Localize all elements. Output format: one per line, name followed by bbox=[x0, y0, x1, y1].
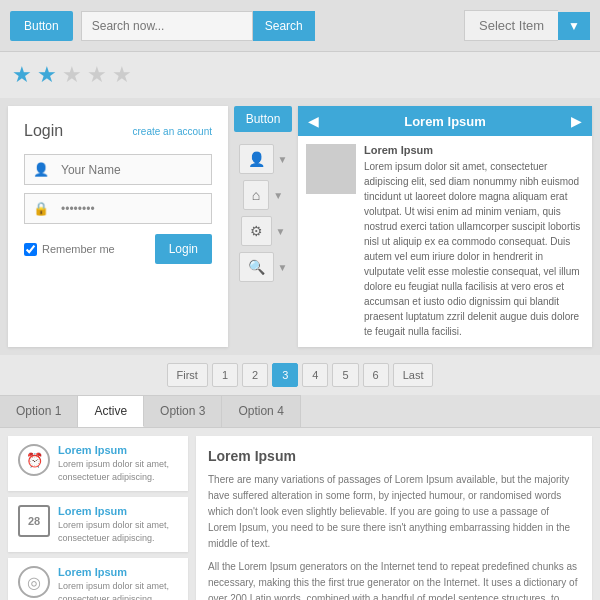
password-input[interactable] bbox=[57, 195, 215, 223]
search-chevron-icon[interactable]: ▼ bbox=[278, 262, 288, 273]
clock-icon: ⏰ bbox=[18, 444, 50, 476]
lorem-card-text-title: Lorem Ipsum bbox=[364, 144, 584, 156]
search-icon-button[interactable]: 🔍 bbox=[239, 252, 274, 282]
lorem-next-button[interactable]: ▶ bbox=[571, 113, 582, 129]
lock-icon: 🔒 bbox=[25, 194, 57, 223]
page-2-button[interactable]: 2 bbox=[242, 363, 268, 387]
password-input-group: 🔒 bbox=[24, 193, 212, 224]
bottom-content: ⏰ Lorem Ipsum Lorem ipsum dolor sit amet… bbox=[0, 428, 600, 600]
lorem-card-header: ◀ Lorem Ipsum ▶ bbox=[298, 106, 592, 136]
content-para-1: There are many variations of passages of… bbox=[208, 472, 580, 552]
star-4[interactable]: ★ bbox=[87, 62, 107, 88]
lorem-prev-button[interactable]: ◀ bbox=[308, 113, 319, 129]
list-item-2-text: Lorem Ipsum Lorem ipsum dolor sit amet, … bbox=[58, 505, 178, 544]
lorem-card-body: Lorem Ipsum Lorem ipsum dolor sit amet, … bbox=[298, 136, 592, 347]
tab-option4[interactable]: Option 4 bbox=[222, 395, 300, 427]
remember-checkbox[interactable] bbox=[24, 243, 37, 256]
select-item-wrapper: Select Item ▼ bbox=[464, 10, 590, 41]
lorem-card-text-body: Lorem ipsum dolor sit amet, consectetuer… bbox=[364, 159, 584, 339]
search-box: Search bbox=[81, 11, 281, 41]
home-chevron-icon[interactable]: ▼ bbox=[273, 190, 283, 201]
lorem-card-title: Lorem Ipsum bbox=[404, 114, 486, 129]
login-panel: Login create an account 👤 🔒 Remember me … bbox=[8, 106, 228, 347]
page-3-button[interactable]: 3 bbox=[272, 363, 298, 387]
tab-option1[interactable]: Option 1 bbox=[0, 395, 78, 427]
create-account-link[interactable]: create an account bbox=[133, 126, 213, 137]
list-panel: ⏰ Lorem Ipsum Lorem ipsum dolor sit amet… bbox=[8, 436, 188, 600]
select-item-label: Select Item bbox=[464, 10, 558, 41]
list-item-3-text: Lorem Ipsum Lorem ipsum dolor sit amet, … bbox=[58, 566, 178, 600]
gear-icon-button[interactable]: ⚙ bbox=[241, 216, 272, 246]
tab-active[interactable]: Active bbox=[78, 395, 144, 427]
user-icon: 👤 bbox=[25, 155, 57, 184]
page-4-button[interactable]: 4 bbox=[302, 363, 328, 387]
user-icon-row: 👤 ▼ bbox=[239, 144, 288, 174]
top-button[interactable]: Button bbox=[10, 11, 73, 41]
gear-icon-row: ⚙ ▼ bbox=[241, 216, 286, 246]
search-icon-row: 🔍 ▼ bbox=[239, 252, 288, 282]
lorem-card-text: Lorem Ipsum Lorem ipsum dolor sit amet, … bbox=[364, 144, 584, 339]
page-1-button[interactable]: 1 bbox=[212, 363, 238, 387]
gear-chevron-icon[interactable]: ▼ bbox=[276, 226, 286, 237]
login-button[interactable]: Login bbox=[155, 234, 212, 264]
page-5-button[interactable]: 5 bbox=[332, 363, 358, 387]
content-para-2: All the Lorem Ipsum generators on the In… bbox=[208, 559, 580, 600]
tabs-row: Option 1 Active Option 3 Option 4 bbox=[0, 395, 600, 428]
stars-row: ★ ★ ★ ★ ★ bbox=[0, 52, 600, 98]
list-item-3: ◎ Lorem Ipsum Lorem ipsum dolor sit amet… bbox=[8, 558, 188, 600]
middle-button[interactable]: Button bbox=[234, 106, 293, 132]
star-1[interactable]: ★ bbox=[12, 62, 32, 88]
lorem-card-image bbox=[306, 144, 356, 194]
tab-option3[interactable]: Option 3 bbox=[144, 395, 222, 427]
list-item-1-body: Lorem ipsum dolor sit amet, consectetuer… bbox=[58, 458, 178, 483]
user-chevron-icon[interactable]: ▼ bbox=[278, 154, 288, 165]
list-item-1-title: Lorem Ipsum bbox=[58, 444, 178, 456]
name-input[interactable] bbox=[57, 156, 215, 184]
calendar-icon: 28 bbox=[18, 505, 50, 537]
page-first-button[interactable]: First bbox=[167, 363, 208, 387]
list-item-1: ⏰ Lorem Ipsum Lorem ipsum dolor sit amet… bbox=[8, 436, 188, 491]
login-header: Login create an account bbox=[24, 122, 212, 140]
name-input-group: 👤 bbox=[24, 154, 212, 185]
login-title: Login bbox=[24, 122, 63, 140]
search-button[interactable]: Search bbox=[253, 11, 315, 41]
pagination-row: First 1 2 3 4 5 6 Last bbox=[0, 355, 600, 395]
list-item-2-body: Lorem ipsum dolor sit amet, consectetuer… bbox=[58, 519, 178, 544]
content-panel: Lorem Ipsum There are many variations of… bbox=[196, 436, 592, 600]
home-icon-row: ⌂ ▼ bbox=[243, 180, 283, 210]
lorem-card: ◀ Lorem Ipsum ▶ Lorem Ipsum Lorem ipsum … bbox=[298, 106, 592, 347]
remember-row: Remember me Login bbox=[24, 234, 212, 264]
list-item-3-body: Lorem ipsum dolor sit amet, consectetuer… bbox=[58, 580, 178, 600]
remember-label[interactable]: Remember me bbox=[24, 243, 115, 256]
list-item-3-title: Lorem Ipsum bbox=[58, 566, 178, 578]
list-item-1-text: Lorem Ipsum Lorem ipsum dolor sit amet, … bbox=[58, 444, 178, 483]
target-icon: ◎ bbox=[18, 566, 50, 598]
star-5[interactable]: ★ bbox=[112, 62, 132, 88]
star-2[interactable]: ★ bbox=[37, 62, 57, 88]
star-3[interactable]: ★ bbox=[62, 62, 82, 88]
user-icon-button[interactable]: 👤 bbox=[239, 144, 274, 174]
select-arrow-button[interactable]: ▼ bbox=[558, 12, 590, 40]
middle-panel: Button 👤 ▼ ⌂ ▼ ⚙ ▼ 🔍 ▼ bbox=[228, 106, 298, 347]
content-title: Lorem Ipsum bbox=[208, 448, 580, 464]
main-content: Login create an account 👤 🔒 Remember me … bbox=[0, 98, 600, 355]
top-bar: Button Search Select Item ▼ bbox=[0, 0, 600, 52]
page-last-button[interactable]: Last bbox=[393, 363, 434, 387]
page-6-button[interactable]: 6 bbox=[363, 363, 389, 387]
home-icon-button[interactable]: ⌂ bbox=[243, 180, 269, 210]
search-input[interactable] bbox=[81, 11, 253, 41]
list-item-2-title: Lorem Ipsum bbox=[58, 505, 178, 517]
list-item-2: 28 Lorem Ipsum Lorem ipsum dolor sit ame… bbox=[8, 497, 188, 552]
